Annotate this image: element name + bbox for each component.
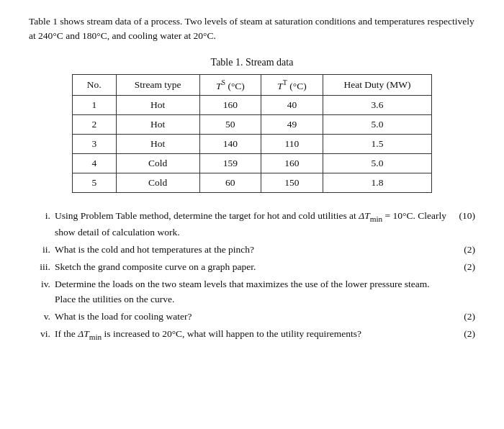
question-text: Determine the loads on the two steam lev… (55, 277, 448, 307)
question-label: iv. (29, 277, 55, 292)
question-item: iv. Determine the loads on the two steam… (29, 277, 475, 307)
question-label: i. (29, 209, 55, 223)
cell-no: 5 (73, 173, 117, 193)
question-item: ii. What is the cold and hot temperature… (29, 243, 475, 257)
cell-type: Hot (116, 115, 199, 135)
question-label: iii. (29, 260, 55, 274)
cell-tt: 49 (261, 115, 323, 135)
question-text: Using Problem Table method, determine th… (55, 209, 448, 240)
question-label: vi. (29, 327, 55, 341)
question-text: If the ΔTmin is increased to 20°C, what … (55, 327, 448, 343)
question-text: What is the load for cooling water? (55, 310, 448, 324)
question-marks: (10) (448, 209, 475, 223)
question-marks: (2) (448, 260, 475, 274)
question-text: Sketch the grand composite curve on a gr… (55, 260, 448, 274)
question-marks: (2) (448, 243, 475, 257)
cell-tt: 150 (261, 173, 323, 193)
table-row: 3 Hot 140 110 1.5 (73, 135, 432, 154)
col-header-duty: Heat Duty (MW) (323, 74, 431, 96)
cell-type: Hot (116, 96, 199, 115)
cell-no: 1 (73, 96, 117, 115)
question-text: What is the cold and hot temperatures at… (55, 243, 448, 257)
intro-paragraph: Table 1 shows stream data of a process. … (29, 14, 475, 44)
cell-ts: 160 (199, 96, 261, 115)
cell-ts: 140 (199, 135, 261, 154)
cell-tt: 40 (261, 96, 323, 115)
col-header-ts: TS (°C) (199, 74, 261, 96)
cell-duty: 5.0 (323, 154, 431, 173)
cell-type: Cold (116, 154, 199, 173)
question-item: vi. If the ΔTmin is increased to 20°C, w… (29, 327, 475, 343)
cell-type: Cold (116, 173, 199, 193)
stream-data-table: No. Stream type TS (°C) TT (°C) Heat Dut… (72, 74, 432, 194)
question-label: v. (29, 310, 55, 324)
col-header-tt: TT (°C) (261, 74, 323, 96)
question-item: v. What is the load for cooling water? (… (29, 310, 475, 324)
table-title: Table 1. Stream data (29, 57, 475, 68)
table-row: 2 Hot 50 49 5.0 (73, 115, 432, 135)
cell-duty: 3.6 (323, 96, 431, 115)
question-label: ii. (29, 243, 55, 257)
question-item: i. Using Problem Table method, determine… (29, 209, 475, 240)
col-header-no: No. (73, 74, 117, 96)
cell-no: 2 (73, 115, 117, 135)
questions-section: i. Using Problem Table method, determine… (29, 209, 475, 343)
cell-ts: 159 (199, 154, 261, 173)
cell-duty: 1.8 (323, 173, 431, 193)
cell-tt: 160 (261, 154, 323, 173)
question-marks: (2) (448, 310, 475, 324)
cell-ts: 50 (199, 115, 261, 135)
cell-no: 3 (73, 135, 117, 154)
cell-type: Hot (116, 135, 199, 154)
cell-no: 4 (73, 154, 117, 173)
cell-tt: 110 (261, 135, 323, 154)
table-row: 1 Hot 160 40 3.6 (73, 96, 432, 115)
question-marks: (2) (448, 327, 475, 341)
cell-ts: 60 (199, 173, 261, 193)
cell-duty: 5.0 (323, 115, 431, 135)
cell-duty: 1.5 (323, 135, 431, 154)
col-header-stream-type: Stream type (116, 74, 199, 96)
question-item: iii. Sketch the grand composite curve on… (29, 260, 475, 274)
table-row: 5 Cold 60 150 1.8 (73, 173, 432, 193)
table-row: 4 Cold 159 160 5.0 (73, 154, 432, 173)
